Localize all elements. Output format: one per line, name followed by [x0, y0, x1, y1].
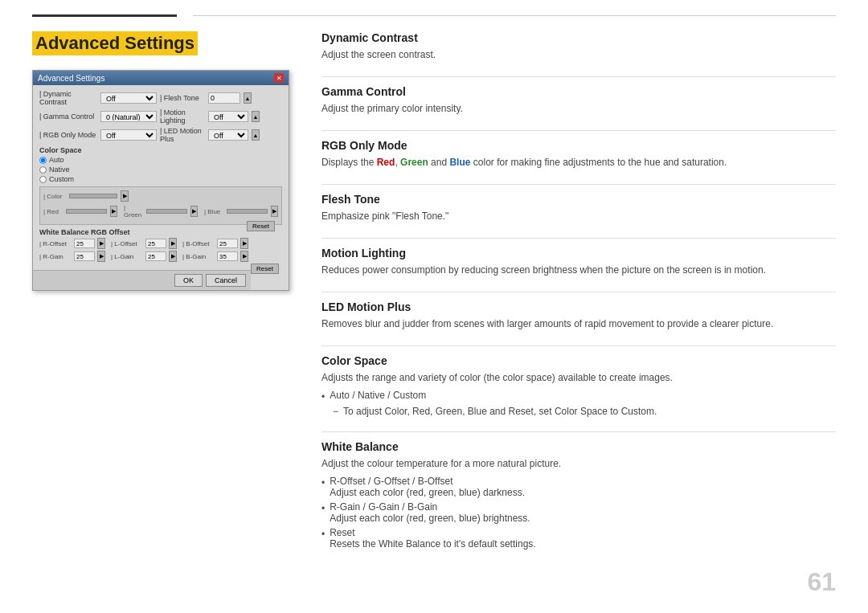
color-label: | Color: [43, 193, 66, 200]
bullet-r-g-b-offset: • R-Offset / G-Offset / B-Offset Adjust …: [321, 476, 836, 498]
g-offset-btn[interactable]: ▶: [169, 238, 177, 249]
text-dynamic-contrast: Adjust the screen contrast.: [321, 47, 836, 62]
color-arrow-btn[interactable]: ▶: [121, 190, 129, 202]
wb-reset-button[interactable]: Reset: [251, 264, 279, 274]
dialog-title: Advanced Settings: [38, 74, 104, 83]
color-reset-button[interactable]: Reset: [247, 221, 275, 231]
led-motion-plus-select[interactable]: Off: [208, 129, 248, 141]
led-motion-plus-btn[interactable]: ▲: [252, 129, 260, 141]
sub-dash: −: [333, 406, 338, 417]
heading-rgb-only-mode: RGB Only Mode: [321, 139, 836, 152]
dialog-title-bar: Advanced Settings ✕: [33, 71, 289, 85]
help-flesh-tone: Flesh Tone Emphasize pink "Flesh Tone.": [321, 193, 836, 223]
motion-lighting-btn[interactable]: ▲: [252, 111, 260, 122]
bullet-dot-4: •: [321, 529, 325, 540]
radio-native-input[interactable]: [39, 166, 47, 174]
g-gain-input[interactable]: [145, 251, 166, 261]
reset-text: Reset: [330, 527, 354, 538]
top-bar-left-line: [32, 14, 177, 17]
wb-row-2: | R-Gain ▶ | L-Gain ▶ | B-Gain ▶: [39, 251, 282, 262]
help-gamma-control: Gamma Control Adjust the primary color i…: [321, 85, 836, 116]
color-space-bullets: • Auto / Native / Custom: [321, 390, 836, 403]
g-offset-label: | L-Offset: [111, 240, 143, 247]
red-track: [66, 209, 107, 214]
text-rgb-only-mode: Displays the Red, Green and Blue color f…: [321, 155, 836, 170]
r-gain-input[interactable]: [74, 251, 95, 261]
blue-track: [227, 209, 268, 214]
dialog-row-3: | RGB Only Mode Off | LED Motion Plus Of…: [39, 127, 282, 143]
auto-native-custom-text: Auto / Native / Custom: [330, 390, 426, 401]
flesh-tone-up-btn[interactable]: ▲: [244, 92, 252, 104]
motion-lighting-select[interactable]: Off: [208, 111, 248, 122]
radio-auto-input[interactable]: [39, 157, 47, 164]
main-content: Advanced Settings Advanced Settings ✕ | …: [0, 31, 868, 564]
ok-button[interactable]: OK: [174, 274, 203, 287]
bullet-r-g-b-gain: • R-Gain / G-Gain / B-Gain Adjust each c…: [321, 501, 836, 524]
r-offset-label: | R-Offset: [39, 240, 72, 247]
green-text: Green: [400, 157, 428, 168]
text-led-motion-plus: Removes blur and judder from scenes with…: [321, 317, 836, 331]
radio-native-label: Native: [49, 166, 70, 174]
page-number: 61: [807, 567, 836, 597]
red-arrow-btn[interactable]: ▶: [110, 206, 117, 217]
g-gain-label: | L-Gain: [111, 253, 143, 260]
top-bar: [0, 0, 868, 17]
radio-auto: Auto: [39, 156, 282, 164]
gamma-control-select[interactable]: 0 (Natural): [100, 111, 157, 122]
help-white-balance: White Balance Adjust the colour temperat…: [321, 440, 836, 550]
heading-led-motion-plus: LED Motion Plus: [321, 300, 836, 313]
bullet-reset: • Reset Resets the White Balance to it's…: [321, 527, 836, 550]
divider-2: [321, 130, 836, 131]
radio-auto-label: Auto: [49, 156, 64, 164]
r-gain-label: | R-Gain: [39, 253, 72, 260]
divider-7: [321, 431, 836, 432]
text-gamma-control: Adjust the primary color intensity.: [321, 101, 836, 116]
left-panel: Advanced Settings Advanced Settings ✕ | …: [32, 31, 289, 564]
rgb-offset-desc: Adjust each color (red, green, blue) dar…: [330, 487, 525, 498]
flesh-tone-input[interactable]: [208, 92, 240, 104]
r-gain-btn[interactable]: ▶: [97, 251, 105, 262]
help-color-space: Color Space Adjusts the range and variet…: [321, 354, 836, 417]
divider-4: [321, 238, 836, 239]
g-gain-btn[interactable]: ▶: [169, 251, 177, 262]
b-gain-input[interactable]: [217, 251, 238, 261]
help-dynamic-contrast: Dynamic Contrast Adjust the screen contr…: [321, 31, 836, 62]
custom-text: Custom: [393, 390, 426, 401]
dialog-row-2: | Gamma Control 0 (Natural) | Motion Lig…: [39, 108, 282, 125]
heading-flesh-tone: Flesh Tone: [321, 193, 836, 206]
blue-arrow-btn[interactable]: ▶: [271, 206, 278, 217]
b-gain-btn[interactable]: ▶: [240, 251, 248, 262]
flesh-tone-label: | Flesh Tone: [160, 94, 205, 102]
radio-custom-label: Custom: [49, 175, 74, 183]
color-space-label: Color Space: [39, 146, 282, 154]
rgb-gain-desc: Adjust each color (red, green, blue) bri…: [330, 513, 530, 524]
dialog-footer: OK Cancel: [33, 270, 251, 290]
sub-bullet-color-space: − To adjust Color, Red, Green, Blue and …: [333, 406, 836, 417]
cancel-button[interactable]: Cancel: [206, 274, 246, 287]
right-panel: Dynamic Contrast Adjust the screen contr…: [321, 31, 836, 564]
radio-native: Native: [39, 166, 282, 174]
rgb-only-mode-label: | RGB Only Mode: [39, 131, 97, 139]
dialog-close-button[interactable]: ✕: [274, 73, 284, 83]
radio-custom-input[interactable]: [39, 176, 47, 183]
r-offset-btn[interactable]: ▶: [97, 238, 105, 249]
heading-gamma-control: Gamma Control: [321, 85, 836, 98]
green-arrow-btn[interactable]: ▶: [190, 206, 198, 217]
rgb-only-mode-select[interactable]: Off: [100, 129, 157, 141]
rgb-offset-text: R-Offset / G-Offset / B-Offset: [330, 476, 452, 487]
green-label: | Green: [124, 204, 143, 219]
advanced-settings-dialog: Advanced Settings ✕ | Dynamic Contrast O…: [32, 70, 289, 291]
g-offset-input[interactable]: [145, 239, 166, 248]
red-label: | Red: [43, 208, 63, 215]
gamma-control-label: | Gamma Control: [39, 112, 97, 121]
text-flesh-tone: Emphasize pink "Flesh Tone.": [321, 209, 836, 223]
b-offset-btn[interactable]: ▶: [240, 238, 248, 249]
dialog-body: | Dynamic Contrast Off | Flesh Tone ▲ | …: [33, 85, 289, 270]
wb-row-1: | R-Offset ▶ | L-Offset ▶ | B-Offset ▶: [39, 238, 282, 249]
b-offset-input[interactable]: [217, 239, 238, 248]
color-sliders: | Color ▶ | Red ▶ | Green ▶ | Blue ▶: [39, 186, 282, 225]
b-gain-label: | B-Gain: [182, 253, 215, 260]
r-offset-input[interactable]: [74, 239, 95, 248]
auto-text: Auto: [330, 390, 350, 401]
dynamic-contrast-select[interactable]: Off: [100, 92, 157, 104]
